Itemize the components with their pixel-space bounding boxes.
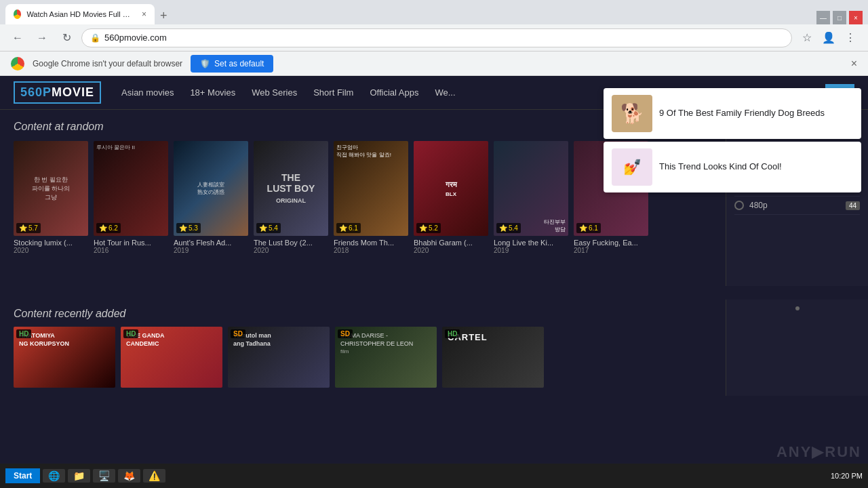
new-tab-button[interactable]: +: [155, 7, 173, 24]
movie-rating: ⭐5.3: [176, 223, 201, 233]
quality-badge: HD: [123, 329, 138, 338]
tab-close-icon[interactable]: ×: [142, 9, 146, 19]
set-default-label: Set as default: [214, 59, 264, 68]
recent-card[interactable]: HD VICE GANDACANDEMIC: [121, 327, 222, 388]
movie-thumbnail: 친구엄마직접 해봐야 맛을 알죠! ⭐6.1: [334, 141, 408, 236]
taskbar: Start 🌐 📁 🖥️ 🦊 ⚠️ 10:20 PM: [0, 464, 868, 488]
notification-bar: Google Chrome isn't your default browser…: [0, 52, 868, 76]
recent-thumbnail: SD SIGMA DARISE - CHRISTOPHER DE LEONfil…: [335, 327, 437, 388]
movie-year: 2020: [414, 247, 488, 254]
recent-content: Content recently added HD ANATOMIYANG KO…: [0, 300, 726, 396]
movie-card[interactable]: THELUST BOYORIGINAL ⭐5.4 The Lust Boy (2…: [254, 141, 328, 254]
recent-card[interactable]: HD ANATOMIYANG KORUPSYON: [14, 327, 115, 388]
quality-badge: SD: [338, 329, 353, 338]
logo-text: 560PMOVIE: [20, 85, 94, 99]
recent-card[interactable]: HD CARTEL: [442, 327, 544, 388]
movie-card[interactable]: 타진부부방담 ⭐5.4 Long Live the Ki... 2019: [494, 141, 568, 254]
trend-image: 💅: [612, 148, 652, 186]
minimize-button[interactable]: —: [816, 11, 830, 24]
movie-rating: ⭐6.1: [576, 223, 601, 233]
nav-asian-movies[interactable]: Asian movies: [115, 83, 180, 102]
active-tab[interactable]: Watch Asian HD Movies Full Movie O... ×: [5, 4, 155, 24]
popup-trend[interactable]: 💅 This Trend Looks Kind Of Cool!: [604, 142, 861, 192]
movie-card[interactable]: 루시아 꿀은마 II ⭐6.2 Hot Tour in Rus... 2016: [94, 141, 168, 254]
back-button[interactable]: ←: [8, 28, 27, 47]
recent-section-title: Content recently added: [14, 308, 712, 320]
movie-rating: ⭐5.2: [416, 223, 441, 233]
movie-year: 2018: [334, 247, 408, 254]
popup-trend-thumbnail: 💅: [612, 148, 652, 186]
taskbar-right: 10:20 PM: [831, 472, 863, 480]
close-button[interactable]: ×: [849, 11, 863, 24]
sidebar-bottom: [726, 300, 868, 396]
notification-close-button[interactable]: ×: [851, 58, 857, 70]
movie-year: 2017: [574, 247, 648, 254]
menu-button[interactable]: ⋮: [841, 28, 860, 47]
movie-title: Aunt's Flesh Ad...: [174, 239, 248, 247]
movie-title: The Lust Boy (2...: [254, 239, 328, 247]
genre-count: 44: [846, 201, 860, 210]
movie-rating: ⭐5.7: [16, 223, 41, 233]
movie-card[interactable]: 한 번 필요한파이를 하나의그냥 ⭐5.7 Stocking lumix (..…: [14, 141, 88, 254]
movie-title: Friends Mom Th...: [334, 239, 408, 247]
movie-thumbnail: 타진부부방담 ⭐5.4: [494, 141, 568, 236]
recent-card[interactable]: SD Tumutol manang Tadhana: [228, 327, 330, 388]
tab-title: Watch Asian HD Movies Full Movie O...: [26, 10, 132, 18]
nav-more[interactable]: We...: [428, 83, 462, 102]
account-button[interactable]: 👤: [819, 28, 838, 47]
refresh-button[interactable]: ↻: [57, 28, 76, 47]
nav-18plus[interactable]: 18+ Movies: [183, 83, 242, 102]
movie-title: Long Live the Ki...: [494, 239, 568, 247]
recent-thumbnail: HD VICE GANDACANDEMIC: [121, 327, 222, 388]
quality-badge: HD: [16, 329, 31, 338]
recent-card[interactable]: SD SIGMA DARISE - CHRISTOPHER DE LEONfil…: [335, 327, 437, 388]
popup-dog[interactable]: 🐕 9 Of The Best Family Friendly Dog Bree…: [604, 88, 861, 139]
nav-web-series[interactable]: Web Series: [245, 83, 304, 102]
taskbar-firefox-icon[interactable]: 🦊: [118, 469, 140, 483]
movie-year: 2020: [14, 247, 88, 254]
movie-card[interactable]: 친구엄마직접 해봐야 맛을 알죠! ⭐6.1 Friends Mom Th...…: [334, 141, 408, 254]
quality-badge: HD: [445, 329, 460, 338]
taskbar-folder-icon[interactable]: 📁: [68, 469, 90, 483]
start-button[interactable]: Start: [5, 468, 40, 483]
genre-radio[interactable]: [734, 201, 744, 210]
taskbar-ie-icon[interactable]: 🌐: [43, 469, 65, 483]
recent-grid: HD ANATOMIYANG KORUPSYON HD VICE GANDACA…: [14, 327, 712, 388]
recent-thumbnail: SD Tumutol manang Tadhana: [228, 327, 330, 388]
notification-text: Google Chrome isn't your default browser: [33, 59, 182, 68]
movie-title: Easy Fucking, Ea...: [574, 239, 648, 247]
forward-button[interactable]: →: [33, 28, 52, 47]
site-logo[interactable]: 560PMOVIE: [14, 81, 101, 104]
maximize-button[interactable]: □: [833, 11, 846, 24]
bookmark-button[interactable]: ☆: [797, 28, 816, 47]
movie-year: 2020: [254, 247, 328, 254]
popup-dog-thumbnail: 🐕: [612, 95, 652, 132]
genre-label: 480p: [749, 201, 840, 210]
movie-card[interactable]: गरमBLX ⭐5.2 Bhabhi Garam (... 2020: [414, 141, 488, 254]
url-bar[interactable]: 🔒 560pmovie.com: [81, 28, 792, 47]
recent-area: Content recently added HD ANATOMIYANG KO…: [0, 300, 868, 396]
chrome-logo: [11, 57, 24, 70]
movie-year: 2016: [94, 247, 168, 254]
movie-rating: ⭐5.4: [496, 223, 521, 233]
lock-icon: 🔒: [90, 33, 100, 43]
nav-official-apps[interactable]: Official Apps: [363, 83, 425, 102]
set-default-button[interactable]: 🛡️ Set as default: [191, 55, 273, 73]
url-text: 560pmovie.com: [104, 33, 167, 43]
movie-thumbnail: THELUST BOYORIGINAL ⭐5.4: [254, 141, 328, 236]
nav-short-film[interactable]: Short Film: [307, 83, 360, 102]
dog-image: 🐕: [612, 95, 652, 132]
address-bar: ← → ↻ 🔒 560pmovie.com ☆ 👤 ⋮: [0, 24, 868, 52]
movie-thumbnail: 한 번 필요한파이를 하나의그냥 ⭐5.7: [14, 141, 88, 236]
movie-year: 2019: [494, 247, 568, 254]
movie-title: Stocking lumix (...: [14, 239, 88, 247]
taskbar-warning-icon[interactable]: ⚠️: [143, 469, 165, 483]
taskbar-computer-icon[interactable]: 🖥️: [93, 469, 115, 483]
genre-item-480p[interactable]: 480p 44: [734, 197, 860, 215]
browser-chrome: Watch Asian HD Movies Full Movie O... × …: [0, 0, 868, 76]
movie-rating: ⭐6.1: [336, 223, 361, 233]
movie-year: 2019: [174, 247, 248, 254]
anyrun-watermark: ANY▶RUN: [776, 443, 861, 461]
movie-card[interactable]: 人妻相談室熟女の誘惑 ⭐5.3 Aunt's Flesh Ad... 2019: [174, 141, 248, 254]
chrome-actions: ☆ 👤 ⋮: [797, 28, 860, 47]
